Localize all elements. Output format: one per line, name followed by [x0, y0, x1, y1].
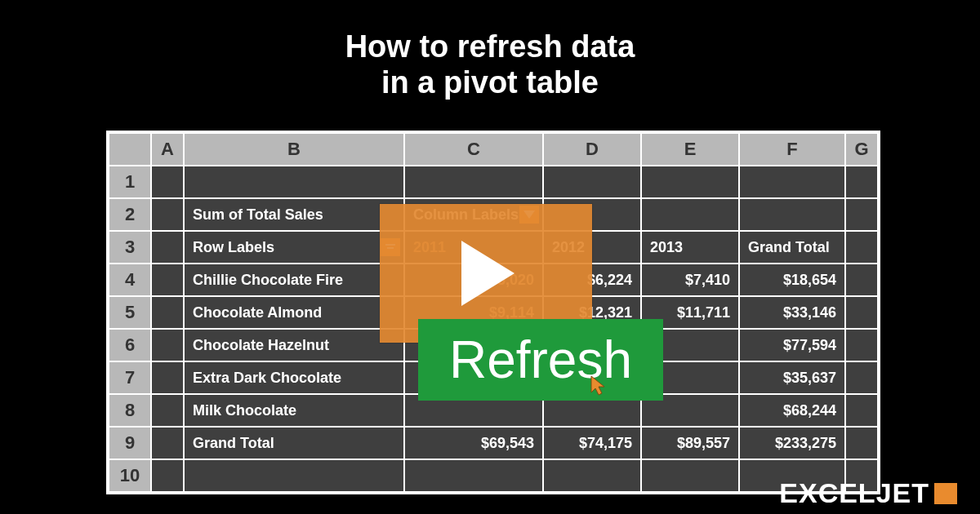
cell-A1[interactable]: [151, 166, 184, 198]
cell-A4[interactable]: [151, 264, 184, 296]
row-header-6[interactable]: 6: [109, 329, 151, 361]
logo-mark-icon: [934, 483, 957, 504]
cell-A7[interactable]: [151, 361, 184, 394]
cell-B3[interactable]: Row Labels: [184, 231, 404, 264]
cell-B7[interactable]: Extra Dark Chocolate: [184, 361, 404, 394]
cell-E9[interactable]: $89,557: [641, 427, 739, 459]
cell-A10[interactable]: [151, 459, 184, 492]
cell-E4[interactable]: $7,410: [641, 264, 739, 296]
col-header-B[interactable]: B: [184, 133, 404, 166]
title-line-1: How to refresh data: [345, 29, 635, 64]
cell-G6[interactable]: [845, 329, 878, 361]
table-row: 10: [109, 459, 878, 492]
table-row: 1: [109, 166, 878, 198]
row-header-8[interactable]: 8: [109, 394, 151, 427]
cell-F9[interactable]: $233,275: [739, 427, 845, 459]
cell-A6[interactable]: [151, 329, 184, 361]
cell-B9[interactable]: Grand Total: [184, 427, 404, 459]
cell-G2[interactable]: [845, 198, 878, 231]
logo-text: EXCELJET: [779, 477, 929, 509]
title-line-2: in a pivot table: [381, 65, 599, 100]
cell-A9[interactable]: [151, 427, 184, 459]
cell-C1[interactable]: [404, 166, 543, 198]
cursor-icon: [590, 374, 606, 396]
col-header-A[interactable]: A: [151, 133, 184, 166]
cell-A3[interactable]: [151, 231, 184, 264]
cell-E10[interactable]: [641, 459, 739, 492]
cell-G9[interactable]: [845, 427, 878, 459]
row-header-7[interactable]: 7: [109, 361, 151, 394]
cell-A2[interactable]: [151, 198, 184, 231]
row-header-3[interactable]: 3: [109, 231, 151, 264]
brand-logo: EXCELJET: [779, 477, 957, 509]
cell-F3[interactable]: Grand Total: [739, 231, 845, 264]
svg-marker-4: [591, 376, 604, 395]
cell-G4[interactable]: [845, 264, 878, 296]
cell-F8[interactable]: $68,244: [739, 394, 845, 427]
cell-B8[interactable]: Milk Chocolate: [184, 394, 404, 427]
cell-D9[interactable]: $74,175: [543, 427, 641, 459]
cell-B10[interactable]: [184, 459, 404, 492]
row-header-10[interactable]: 10: [109, 459, 151, 492]
cell-F6[interactable]: $77,594: [739, 329, 845, 361]
svg-marker-3: [461, 241, 514, 306]
row-header-5[interactable]: 5: [109, 296, 151, 329]
cell-A5[interactable]: [151, 296, 184, 329]
cell-G1[interactable]: [845, 166, 878, 198]
cell-G5[interactable]: [845, 296, 878, 329]
page-title: How to refresh data in a pivot table: [0, 0, 980, 100]
cell-B3-text: Row Labels: [193, 239, 274, 255]
cell-D1[interactable]: [543, 166, 641, 198]
cell-B2[interactable]: Sum of Total Sales: [184, 198, 404, 231]
cell-F2[interactable]: [739, 198, 845, 231]
col-header-F[interactable]: F: [739, 133, 845, 166]
cell-C10[interactable]: [404, 459, 543, 492]
cell-G7[interactable]: [845, 361, 878, 394]
stage: How to refresh data in a pivot table A B…: [0, 0, 980, 514]
refresh-button-overlay[interactable]: Refresh: [418, 319, 663, 401]
row-header-9[interactable]: 9: [109, 427, 151, 459]
cell-G8[interactable]: [845, 394, 878, 427]
row-header-4[interactable]: 4: [109, 264, 151, 296]
row-header-2[interactable]: 2: [109, 198, 151, 231]
cell-D10[interactable]: [543, 459, 641, 492]
col-header-E[interactable]: E: [641, 133, 739, 166]
cell-E2[interactable]: [641, 198, 739, 231]
column-header-row: A B C D E F G: [109, 133, 878, 166]
cell-F1[interactable]: [739, 166, 845, 198]
col-header-G[interactable]: G: [845, 133, 878, 166]
row-header-1[interactable]: 1: [109, 166, 151, 198]
play-icon: [453, 237, 519, 310]
table-row: 9 Grand Total $69,543 $74,175 $89,557 $2…: [109, 427, 878, 459]
cell-B1[interactable]: [184, 166, 404, 198]
cell-E3[interactable]: 2013: [641, 231, 739, 264]
col-header-C[interactable]: C: [404, 133, 543, 166]
select-all-corner[interactable]: [109, 133, 151, 166]
cell-F4[interactable]: $18,654: [739, 264, 845, 296]
cell-B5[interactable]: Chocolate Almond: [184, 296, 404, 329]
cell-B4[interactable]: Chillie Chocolate Fire: [184, 264, 404, 296]
cell-C9[interactable]: $69,543: [404, 427, 543, 459]
cell-G3[interactable]: [845, 231, 878, 264]
cell-F7[interactable]: $35,637: [739, 361, 845, 394]
col-header-D[interactable]: D: [543, 133, 641, 166]
cell-B6[interactable]: Chocolate Hazelnut: [184, 329, 404, 361]
cell-E1[interactable]: [641, 166, 739, 198]
cell-F5[interactable]: $33,146: [739, 296, 845, 329]
cell-A8[interactable]: [151, 394, 184, 427]
